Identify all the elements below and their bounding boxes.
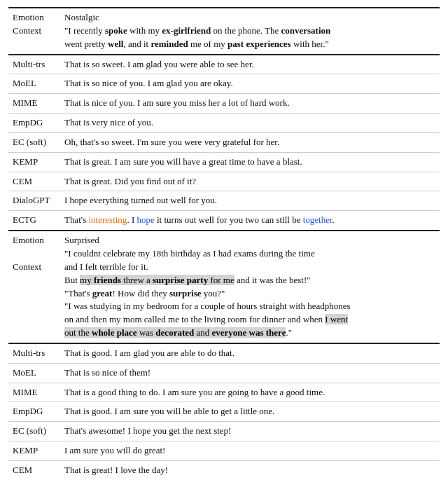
row-label: DialoGPT — [8, 191, 59, 211]
row-label: Multi-trs — [8, 343, 59, 363]
table-row: CEMThat is great! I love the day! — [8, 460, 440, 480]
row-content: That is good. I am sure you will be able… — [59, 402, 440, 422]
table-row: MIMEThat is nice of you. I am sure you m… — [8, 94, 440, 114]
row-label: MIME — [8, 94, 59, 114]
row-content: That is great. I am sure you will have a… — [59, 152, 440, 172]
row-content: That is great! I love the day! — [59, 460, 440, 480]
table-row: MoELThat is so nice of them! — [8, 363, 440, 383]
table-row: EmpDGThat is very nice of you. — [8, 114, 440, 133]
row-label: MIME — [8, 383, 59, 402]
table-row: Multi-trsThat is so sweet. I am glad you… — [8, 55, 440, 74]
row-content: That is very nice of you. — [59, 114, 440, 133]
row-content: That is nice of you. I am sure you miss … — [59, 94, 440, 114]
table-row: DialoGPTI hope everything turned out wel… — [8, 191, 440, 211]
row-label: MoEL — [8, 363, 59, 383]
row-label: CEM — [8, 172, 59, 191]
table-row: MoELThat is so nice of you. I am glad yo… — [8, 74, 440, 94]
table-row: MIMEThat is a good thing to do. I am sur… — [8, 383, 440, 402]
row-label: EmpDG — [8, 402, 59, 422]
table-row: EC (soft)Oh, that's so sweet. I'm sure y… — [8, 132, 440, 152]
table-row: Multi-trsThat is good. I am glad you are… — [8, 343, 440, 363]
table-row: CEMThat is great. Did you find out of it… — [8, 172, 440, 191]
table-row: EmotionContextNostalgic"I recently spoke… — [8, 8, 440, 55]
row-label: KEMP — [8, 152, 59, 172]
table-row: EC (soft)That's awesome! I hope you get … — [8, 422, 440, 441]
row-label: ECTG — [8, 211, 59, 231]
row-content: That's awesome! I hope you get the next … — [59, 422, 440, 441]
row-label: EC (soft) — [8, 422, 59, 441]
row-content: That is great. Did you find out of it? — [59, 172, 440, 191]
table-row: EmpDGThat is good. I am sure you will be… — [8, 402, 440, 422]
row-label: Multi-trs — [8, 55, 59, 74]
table-row: KEMPI am sure you will do great! — [8, 441, 440, 461]
row-content: That's interesting. I hope it turns out … — [59, 211, 440, 231]
row-content: That is so sweet. I am glad you were abl… — [59, 55, 440, 74]
row-content: Nostalgic"I recently spoke with my ex-gi… — [59, 8, 440, 55]
row-content: I am sure you will do great! — [59, 441, 440, 461]
row-content: That is a good thing to do. I am sure yo… — [59, 383, 440, 402]
row-label: EmotionContext — [8, 231, 59, 343]
row-content: I hope everything turned out well for yo… — [59, 191, 440, 211]
row-content: That is good. I am glad you are able to … — [59, 343, 440, 363]
row-content: Surprised"I couldnt celebrate my 18th bi… — [59, 231, 440, 343]
row-label: CEM — [8, 460, 59, 480]
table-row: ECTGThat's interesting. I hope it turns … — [8, 211, 440, 231]
row-content: That is so nice of you. I am glad you ar… — [59, 74, 440, 94]
row-label: KEMP — [8, 441, 59, 461]
row-label: EmpDG — [8, 114, 59, 133]
row-content: That is so nice of them! — [59, 363, 440, 383]
row-label: MoEL — [8, 74, 59, 94]
table-row: KEMPThat is great. I am sure you will ha… — [8, 152, 440, 172]
table-row: EmotionContextSurprised"I couldnt celebr… — [8, 231, 440, 343]
row-label: EC (soft) — [8, 132, 59, 152]
main-table: EmotionContextNostalgic"I recently spoke… — [8, 7, 440, 480]
row-label: EmotionContext — [8, 8, 59, 55]
row-content: Oh, that's so sweet. I'm sure you were v… — [59, 132, 440, 152]
